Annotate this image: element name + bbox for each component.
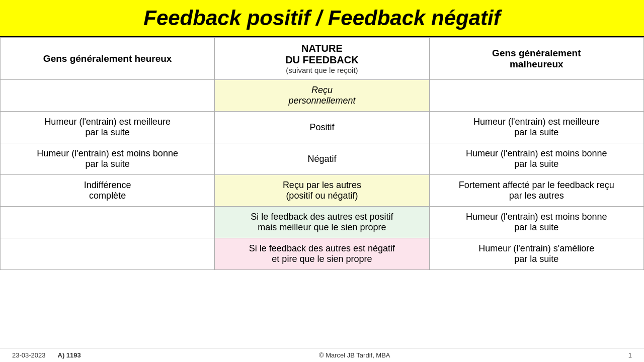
cell-r5-c3: Humeur (l'entrain) s'améliorepar la suit… — [429, 238, 643, 270]
footer-page: 1 — [628, 351, 632, 359]
cell-r0-c1 — [1, 80, 215, 112]
cell-r0-c3 — [429, 80, 643, 112]
cell-r3-c1: Indifférencecomplète — [1, 175, 215, 207]
cell-r1-c2: Positif — [215, 112, 429, 143]
cell-r1-c3: Humeur (l'entrain) est meilleurepar la s… — [429, 112, 643, 143]
table-row: Indifférencecomplète Reçu par les autres… — [1, 175, 644, 207]
table-row: Reçupersonnellement — [1, 80, 644, 112]
footer-left: 23-03-2023 A) 1193 — [12, 351, 81, 359]
col2-header: NATUREDU FEEDBACK (suivant que le reçoit… — [215, 38, 429, 80]
footer-center: © Marcel JB Tardif, MBA — [81, 351, 628, 359]
footer: 23-03-2023 A) 1193 © Marcel JB Tardif, M… — [0, 348, 644, 362]
cell-r4-c1 — [1, 207, 215, 238]
cell-r4-c2: Si le feedback des autres est positifmai… — [215, 207, 429, 238]
col1-header: Gens généralement heureux — [1, 38, 215, 80]
cell-r3-c2: Reçu par les autres(positif ou négatif) — [215, 175, 429, 207]
table-container: Gens généralement heureux NATUREDU FEEDB… — [0, 37, 644, 348]
cell-r4-c3: Humeur (l'entrain) est moins bonnepar la… — [429, 207, 643, 238]
cell-r5-c1 — [1, 238, 215, 270]
page-wrapper: Feedback positif / Feedback négatif Gens… — [0, 0, 644, 362]
footer-date: 23-03-2023 — [12, 351, 46, 359]
table-row: Si le feedback des autres est négatifet … — [1, 238, 644, 270]
cell-r2-c2: Négatif — [215, 143, 429, 175]
table-row: Humeur (l'entrain) est meilleurepar la s… — [1, 112, 644, 143]
cell-r1-c1: Humeur (l'entrain) est meilleurepar la s… — [1, 112, 215, 143]
cell-r0-c2: Reçupersonnellement — [215, 80, 429, 112]
page-header: Feedback positif / Feedback négatif — [0, 0, 644, 37]
nature-sub-label: (suivant que le reçoit) — [223, 66, 421, 74]
col3-header: Gens généralementmalheureux — [429, 38, 643, 80]
cell-r2-c3: Humeur (l'entrain) est moins bonnepar la… — [429, 143, 643, 175]
main-table: Gens généralement heureux NATUREDU FEEDB… — [0, 37, 644, 270]
cell-r3-c3: Fortement affecté par le feedback reçupa… — [429, 175, 643, 207]
footer-copyright: © Marcel JB Tardif, MBA — [319, 351, 390, 359]
nature-main-label: NATUREDU FEEDBACK — [223, 43, 421, 66]
cell-r5-c2: Si le feedback des autres est négatifet … — [215, 238, 429, 270]
cell-r2-c1: Humeur (l'entrain) est moins bonnepar la… — [1, 143, 215, 175]
table-header-row: Gens généralement heureux NATUREDU FEEDB… — [1, 38, 644, 80]
footer-code: A) 1193 — [58, 351, 81, 359]
table-row: Humeur (l'entrain) est moins bonnepar la… — [1, 143, 644, 175]
table-row: Si le feedback des autres est positifmai… — [1, 207, 644, 238]
page-title: Feedback positif / Feedback négatif — [10, 6, 634, 30]
